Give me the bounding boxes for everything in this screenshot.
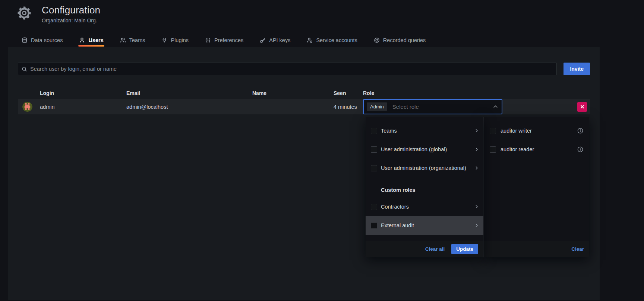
chevron-right-icon bbox=[475, 147, 478, 152]
table-header-row: Login Email Name Seen Role bbox=[18, 87, 590, 99]
plug-icon bbox=[161, 37, 167, 43]
checkbox[interactable] bbox=[490, 128, 496, 134]
tab-data-sources[interactable]: Data sources bbox=[18, 35, 66, 45]
role-group-contractors[interactable]: Contractors bbox=[366, 197, 483, 216]
role-group-user-admin-org[interactable]: User administration (organizational) bbox=[366, 159, 483, 177]
tab-label: Service accounts bbox=[316, 37, 357, 43]
checkbox[interactable] bbox=[490, 146, 496, 153]
tab-api-keys[interactable]: API keys bbox=[256, 35, 294, 45]
close-icon bbox=[580, 105, 584, 109]
tab-recorded-queries[interactable]: Recorded queries bbox=[370, 35, 429, 45]
tab-teams[interactable]: Teams bbox=[116, 35, 149, 45]
user-avatar bbox=[22, 102, 32, 112]
role-submenu: auditor writer auditor reader Clear bbox=[483, 117, 589, 257]
chevron-right-icon bbox=[475, 129, 478, 133]
role-group-label: Contractors bbox=[381, 204, 409, 210]
tab-label: Plugins bbox=[171, 37, 189, 43]
cell-login: admin bbox=[40, 104, 126, 110]
chevron-right-icon bbox=[475, 166, 478, 170]
delete-user-button[interactable] bbox=[577, 102, 587, 112]
tab-label: API keys bbox=[269, 37, 290, 43]
chevron-right-icon bbox=[475, 205, 478, 209]
tab-label: Recorded queries bbox=[383, 37, 426, 43]
role-group-user-admin-global[interactable]: User administration (global) bbox=[366, 140, 483, 159]
sliders-icon bbox=[205, 37, 211, 43]
role-group-label: User administration (organizational) bbox=[381, 165, 466, 171]
role-option-auditor-reader[interactable]: auditor reader bbox=[484, 140, 589, 159]
service-account-icon bbox=[307, 37, 313, 43]
role-submenu-list: auditor writer auditor reader bbox=[484, 117, 589, 241]
page-title: Configuration bbox=[42, 4, 100, 16]
checkbox[interactable] bbox=[371, 222, 377, 229]
custom-roles-heading: Custom roles bbox=[366, 183, 483, 197]
checkbox[interactable] bbox=[371, 204, 377, 210]
col-header-login: Login bbox=[40, 90, 126, 96]
tab-preferences[interactable]: Preferences bbox=[201, 35, 247, 45]
tab-plugins[interactable]: Plugins bbox=[158, 35, 192, 45]
tab-service-accounts[interactable]: Service accounts bbox=[303, 35, 361, 45]
role-option-label: auditor writer bbox=[501, 128, 532, 134]
search-box bbox=[18, 63, 557, 75]
role-group-label: User administration (global) bbox=[381, 146, 447, 152]
role-option-label: auditor reader bbox=[501, 146, 534, 152]
col-header-role: Role bbox=[363, 90, 505, 96]
col-header-name: Name bbox=[252, 90, 334, 96]
update-button[interactable]: Update bbox=[451, 244, 478, 254]
col-header-email: Email bbox=[126, 90, 252, 96]
role-option-auditor-writer[interactable]: auditor writer bbox=[484, 121, 589, 140]
info-icon[interactable] bbox=[577, 128, 583, 134]
role-group-external-audit[interactable]: External audit bbox=[366, 216, 483, 235]
search-icon bbox=[22, 66, 27, 72]
chevron-up-icon bbox=[493, 105, 498, 108]
tab-users[interactable]: Users bbox=[75, 35, 107, 45]
col-header-seen: Seen bbox=[334, 90, 363, 96]
tab-label: Preferences bbox=[214, 37, 243, 43]
role-select-placeholder: Select role bbox=[392, 104, 488, 110]
users-icon bbox=[120, 37, 126, 43]
role-group-teams[interactable]: Teams bbox=[366, 121, 483, 140]
record-icon bbox=[374, 37, 380, 43]
role-picker-dropdown: Teams User administration (global) User … bbox=[366, 117, 483, 257]
checkbox[interactable] bbox=[371, 146, 377, 153]
clear-button[interactable]: Clear bbox=[571, 246, 584, 252]
search-input[interactable] bbox=[30, 66, 553, 72]
role-select[interactable]: Admin Select role bbox=[363, 99, 502, 114]
tab-label: Teams bbox=[129, 37, 145, 43]
role-submenu-footer: Clear bbox=[484, 241, 589, 257]
cell-seen: 4 minutes bbox=[334, 104, 363, 110]
role-picker-footer: Clear all Update bbox=[366, 241, 483, 257]
tab-label: Data sources bbox=[31, 37, 63, 43]
role-group-label: Teams bbox=[381, 128, 397, 134]
info-icon[interactable] bbox=[577, 146, 583, 152]
checkbox[interactable] bbox=[371, 165, 377, 171]
role-picker-list: Teams User administration (global) User … bbox=[366, 117, 483, 241]
users-table: Login Email Name Seen Role bbox=[18, 87, 590, 114]
tab-bar: Data sources Users Teams Plugins bbox=[18, 34, 429, 46]
user-icon bbox=[79, 37, 85, 43]
page-subtitle: Organization: Main Org. bbox=[42, 18, 100, 23]
invite-button[interactable]: Invite bbox=[564, 63, 590, 75]
clear-all-button[interactable]: Clear all bbox=[425, 246, 445, 252]
configuration-page: Configuration Organization: Main Org. Da… bbox=[0, 0, 644, 301]
users-toolbar: Invite bbox=[18, 63, 590, 75]
role-badge-admin: Admin bbox=[367, 102, 387, 111]
database-icon bbox=[22, 37, 28, 43]
role-group-label: External audit bbox=[381, 222, 414, 228]
checkbox[interactable] bbox=[371, 128, 377, 134]
cell-email: admin@localhost bbox=[126, 104, 252, 110]
chevron-right-icon bbox=[475, 223, 478, 228]
tab-label: Users bbox=[88, 37, 103, 43]
page-header: Configuration Organization: Main Org. bbox=[16, 4, 100, 23]
gear-icon bbox=[16, 5, 32, 21]
table-row: admin admin@localhost 4 minutes Admin Se… bbox=[18, 99, 590, 114]
key-icon bbox=[260, 37, 266, 43]
